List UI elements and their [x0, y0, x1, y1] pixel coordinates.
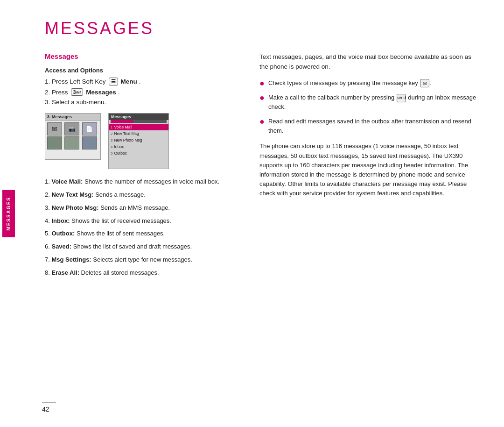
- sub-heading: Access and Options: [45, 67, 241, 74]
- left-column: Messages Access and Options 1. Press Lef…: [45, 52, 241, 408]
- phone-screen-1: 3. Messages ✉ 📷 📄: [45, 113, 101, 160]
- phone-screenshots: 3. Messages ✉ 📷 📄 Messag: [45, 113, 241, 169]
- bullet-item-2: ● Make a call to the callback number by …: [259, 93, 481, 111]
- menu-item-new-photo-msg: 3 New Photo Msg: [109, 137, 168, 143]
- bullet-dot-1: ●: [259, 79, 265, 87]
- feature-3: 3. New Photo Msg: Sends an MMS message.: [45, 204, 241, 213]
- right-column: Text messages, pages, and the voice mail…: [259, 52, 481, 408]
- bullet-text-2: Make a call to the callback number by pr…: [268, 93, 481, 111]
- step-3-text: 3. Select a sub-menu.: [45, 99, 106, 106]
- feature-6: 6. Saved: Shows the list of saved and dr…: [45, 242, 241, 251]
- page-number: 42: [42, 406, 49, 413]
- feature-4: 4. Inbox: Shows the list of received mes…: [45, 217, 241, 226]
- message-key-icon: ✉: [420, 79, 429, 87]
- sidebar-tab: MESSAGES: [0, 0, 17, 427]
- feature-5: 5. Outbox: Shows the list of sent messag…: [45, 229, 241, 238]
- icon-cell-6: [82, 136, 97, 149]
- phone-screen-2: Messages 1 Voice Mail 2 New Text Msg: [108, 113, 169, 169]
- step-3: 3. Select a sub-menu.: [45, 99, 241, 106]
- phone-screen-2-header: Messages: [109, 114, 168, 120]
- page-container: MESSAGES MESSAGES Messages Access and Op…: [0, 0, 504, 427]
- phone-menu-bar: [111, 120, 167, 123]
- icon-cell-5: [64, 136, 79, 149]
- step-1-number: 1. Press Left Soft Key: [45, 78, 106, 85]
- steps-list: 1. Press Left Soft Key ☰ Menu. 2. Press …: [45, 78, 241, 106]
- menu-item-inbox: 4 Inbox: [109, 143, 168, 150]
- icon-cell-3: 📄: [82, 122, 97, 135]
- bullet-text-1: Check types of messages by pressing the …: [268, 78, 432, 88]
- icon-cell-2: 📷: [64, 122, 79, 135]
- step-2-bold: Messages: [86, 89, 116, 96]
- feature-2: 2. New Text Msg: Sends a message.: [45, 191, 241, 199]
- phone-screen-1-grid: ✉ 📷 📄: [45, 121, 100, 151]
- bullet-dot-3: ●: [259, 117, 265, 126]
- storage-paragraph: The phone can store up to 116 messages (…: [259, 142, 481, 198]
- content-columns: Messages Access and Options 1. Press Lef…: [45, 52, 481, 408]
- sidebar-label: MESSAGES: [2, 190, 15, 237]
- feature-8: 8. Erase All: Deletes all stored message…: [45, 269, 241, 278]
- send-key-icon: send: [397, 94, 406, 102]
- phone-menu-bar-inner: [111, 120, 133, 123]
- feature-list: 1. Voice Mail: Shows the number of messa…: [45, 178, 241, 278]
- bullet-dot-2: ●: [259, 93, 265, 102]
- page-divider: [42, 402, 56, 403]
- menu-item-outbox: 5 Outbox: [109, 150, 168, 157]
- bullet-list: ● Check types of messages by pressing th…: [259, 78, 481, 135]
- menu-key-icon: ☰: [109, 78, 118, 85]
- step-2: 2. Press 3def Messages.: [45, 88, 241, 96]
- bullet-item-3: ● Read and edit messages saved in the ou…: [259, 117, 481, 135]
- bullet-text-3: Read and edit messages saved in the outb…: [268, 117, 481, 135]
- icon-cell-1: ✉: [47, 122, 62, 135]
- intro-text: Text messages, pages, and the voice mail…: [259, 52, 481, 72]
- feature-1: 1. Voice Mail: Shows the number of messa…: [45, 178, 241, 186]
- messages-key-icon: 3def: [71, 88, 84, 96]
- step-2-text: 2. Press: [45, 89, 68, 96]
- section-heading: Messages: [45, 52, 241, 60]
- page-title: MESSAGES: [45, 19, 481, 38]
- menu-item-voice-mail: 1 Voice Mail: [109, 124, 168, 130]
- page-number-area: 42: [42, 402, 56, 413]
- menu-item-new-text-msg: 2 New Text Msg: [109, 130, 168, 137]
- feature-7: 7. Msg Settings: Selects alert type for …: [45, 256, 241, 264]
- icon-cell-4: [47, 136, 62, 149]
- main-content: MESSAGES Messages Access and Options 1. …: [17, 0, 504, 427]
- bullet-item-1: ● Check types of messages by pressing th…: [259, 78, 481, 88]
- phone-screen-1-header: 3. Messages: [45, 114, 100, 121]
- step-1-bold: Menu: [121, 78, 137, 85]
- step-1: 1. Press Left Soft Key ☰ Menu.: [45, 78, 241, 85]
